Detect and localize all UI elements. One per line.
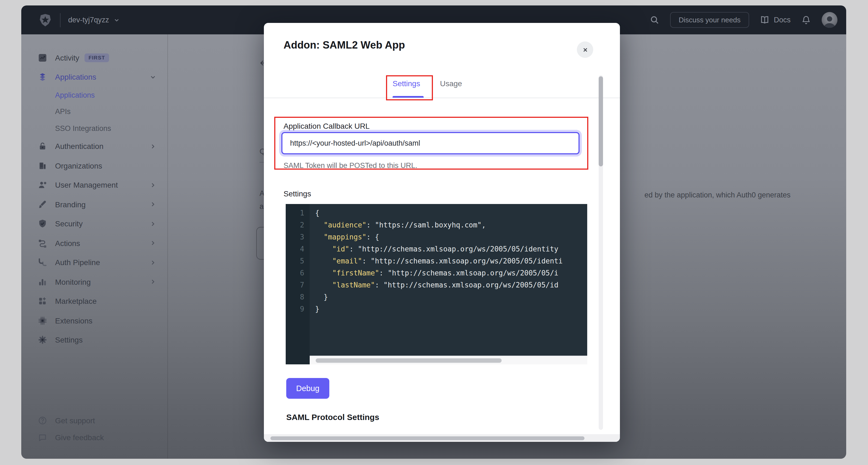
line-number: 9 [286,303,310,315]
chevron-right-icon [149,221,156,228]
code-text: } [310,303,319,315]
sidebar-item-auth-pipeline[interactable]: Auth Pipeline [21,253,167,272]
building-icon [38,162,47,170]
chevron-right-icon [149,240,156,247]
user-gear-icon [38,181,47,190]
chevron-right-icon [149,182,156,189]
sidebar-item-actions[interactable]: Actions [21,233,167,253]
grid-plus-icon [38,297,47,306]
docs-link[interactable]: Docs [760,15,790,25]
flow-icon [38,239,47,248]
tab-settings[interactable]: Settings [393,79,420,88]
chevron-right-icon [149,279,156,286]
modal-title: Addon: SAML2 Web App [283,39,405,51]
code-text: "lastName": "http://schemas.xmlsoap.org/… [310,279,558,291]
saml-protocol-settings-heading: SAML Protocol Settings [286,412,379,422]
line-number: 7 [286,279,310,291]
sidebar-item-marketplace[interactable]: Marketplace [21,292,167,311]
gear-icon [38,336,47,345]
code-line[interactable]: 6 "firstName": "http://schemas.xmlsoap.o… [286,267,587,279]
line-number: 5 [286,255,310,267]
close-icon [582,46,589,53]
code-text: "mappings": { [310,231,379,243]
code-line[interactable]: 4 "id": "http://schemas.xmlsoap.org/ws/2… [286,243,587,255]
notifications-bell-icon[interactable] [802,15,811,25]
chevron-right-icon [149,143,156,150]
first-badge: FIRST [85,54,109,62]
chevron-right-icon [149,259,156,266]
sidebar-item-extensions[interactable]: Extensions [21,311,167,330]
chevron-right-icon [149,201,156,208]
sidebar-item-organizations[interactable]: Organizations [21,156,167,175]
code-text: "email": "http://schemas.xmlsoap.org/ws/… [310,255,563,267]
sidebar-item-security[interactable]: Security [21,214,167,233]
lock-icon [38,142,47,151]
chevron-down-icon [114,17,120,23]
sidebar-subitem-sso-integrations[interactable]: SSO Integrations [21,120,167,137]
modal-vertical-scroll-thumb[interactable] [599,76,603,166]
callback-url-helper: SAML Token will be POSTed to this URL. [283,162,417,170]
code-line[interactable]: 3 "mappings": { [286,231,587,243]
sidebar-item-authentication[interactable]: Authentication [21,137,167,156]
auth0-logo-icon [38,13,52,27]
code-line[interactable]: 5 "email": "http://schemas.xmlsoap.org/w… [286,255,587,267]
code-line[interactable]: 8 } [286,291,587,303]
code-line[interactable]: 2 "audience": "https://saml.boxyhq.com", [286,219,587,231]
settings-json-editor[interactable]: 1{2 "audience": "https://saml.boxyhq.com… [286,204,587,365]
search-icon[interactable] [650,15,659,25]
shield-check-icon [38,220,47,228]
editor-scroll-track[interactable] [310,356,587,365]
line-number: 8 [286,291,310,303]
activity-icon [38,54,47,62]
tenant-switcher[interactable]: dev-tyj7qyzz [68,16,120,24]
line-number: 2 [286,219,310,231]
tab-usage[interactable]: Usage [440,79,462,88]
tabs-divider [264,98,620,98]
sidebar-subitem-applications[interactable]: Applications [21,87,167,104]
sidebar-item-applications[interactable]: Applications [21,67,167,87]
code-text: "id": "http://schemas.xmlsoap.org/ws/200… [310,243,558,255]
modal-horizontal-scroll-thumb[interactable] [271,436,585,440]
editor-scroll-thumb[interactable] [316,358,502,363]
sidebar-item-monitoring[interactable]: Monitoring [21,272,167,292]
code-line[interactable]: 1{ [286,207,587,219]
give-feedback-link[interactable]: Give feedback [21,429,167,446]
help-circle-icon [38,416,47,425]
code-text: "audience": "https://saml.boxyhq.com", [310,219,486,231]
debug-button[interactable]: Debug [286,378,329,399]
chevron-down-icon [149,74,156,81]
book-icon [760,15,769,25]
user-avatar[interactable] [822,12,837,28]
chat-bubble-icon [38,433,47,441]
get-support-link[interactable]: Get support [21,412,167,429]
sidebar: Activity FIRST Applications Applications… [21,34,168,459]
code-line[interactable]: 7 "lastName": "http://schemas.xmlsoap.or… [286,279,587,291]
close-button[interactable] [577,41,593,58]
code-text: "firstName": "http://schemas.xmlsoap.org… [310,267,558,279]
sidebar-item-settings[interactable]: Settings [21,330,167,350]
code-area[interactable]: 1{2 "audience": "https://saml.boxyhq.com… [286,204,587,356]
tenant-name: dev-tyj7qyzz [68,16,109,24]
chip-icon [38,316,47,325]
code-text: } [310,291,328,303]
sidebar-subitem-apis[interactable]: APIs [21,104,167,120]
discuss-needs-button[interactable]: Discuss your needs [670,12,749,28]
sidebar-item-user-management[interactable]: User Management [21,175,167,195]
addon-saml2-modal: Addon: SAML2 Web App Settings Usage Appl… [264,23,620,442]
sidebar-item-branding[interactable]: Branding [21,195,167,214]
line-number: 4 [286,243,310,255]
code-text: { [310,207,319,219]
callback-url-input[interactable] [281,132,580,154]
code-line[interactable]: 9} [286,303,587,315]
line-number: 1 [286,207,310,219]
callback-url-label: Application Callback URL [283,122,370,130]
settings-section-label: Settings [283,189,311,198]
paintbrush-icon [38,200,47,209]
bar-chart-icon [38,278,47,286]
pipeline-icon [38,258,47,267]
line-number: 6 [286,267,310,279]
sidebar-item-activity[interactable]: Activity FIRST [21,48,167,67]
layers-icon [38,73,47,82]
topbar-divider [60,13,61,27]
gutter-footer [286,356,310,365]
